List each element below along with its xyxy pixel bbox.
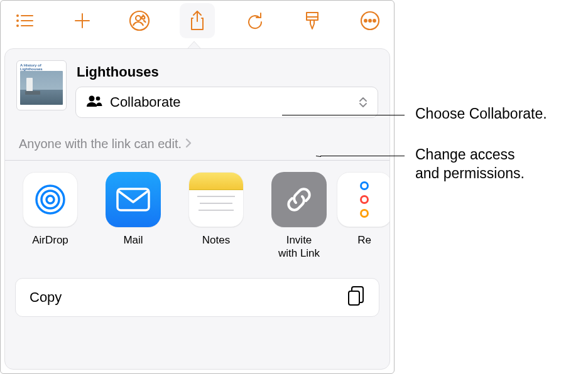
more-icon[interactable] bbox=[352, 3, 388, 38]
notes-icon[interactable] bbox=[188, 172, 244, 227]
svg-point-9 bbox=[136, 16, 141, 21]
permissions-row[interactable]: Anyone with the link can edit. bbox=[5, 126, 389, 160]
svg-point-14 bbox=[369, 19, 371, 22]
app-label: AirDrop bbox=[32, 233, 68, 260]
document-title: Lighthouses bbox=[77, 64, 378, 80]
svg-point-2 bbox=[16, 19, 19, 22]
people-icon bbox=[86, 95, 102, 110]
invite-link-icon[interactable] bbox=[271, 172, 327, 227]
collaborate-dropdown[interactable]: Collaborate bbox=[75, 87, 378, 118]
svg-point-17 bbox=[96, 97, 101, 101]
callout-permissions: Change access and permissions. bbox=[415, 146, 525, 183]
callout-line bbox=[320, 156, 405, 156]
app-label: Re bbox=[357, 233, 371, 260]
svg-point-16 bbox=[89, 96, 95, 102]
callout-line bbox=[282, 115, 405, 115]
svg-point-18 bbox=[46, 196, 54, 203]
svg-point-15 bbox=[373, 19, 376, 22]
app-label: Notes bbox=[202, 233, 230, 260]
people-icon[interactable] bbox=[122, 3, 157, 38]
svg-point-0 bbox=[16, 14, 19, 17]
document-thumbnail: A History of Lighthouses bbox=[16, 60, 67, 110]
chevron-updown-icon bbox=[359, 97, 368, 107]
brush-icon[interactable] bbox=[295, 3, 330, 38]
copy-action[interactable]: Copy bbox=[15, 278, 379, 317]
share-sheet: A History of Lighthouses Lighthouses Col… bbox=[4, 48, 390, 370]
copy-icon bbox=[346, 286, 365, 309]
callout-choose: Choose Collaborate. bbox=[415, 105, 547, 122]
app-label: Mail bbox=[123, 233, 143, 260]
mail-icon[interactable] bbox=[106, 172, 161, 227]
app-row: AirDrop Mail Notes bbox=[5, 161, 389, 265]
list-icon[interactable] bbox=[7, 3, 42, 38]
svg-point-13 bbox=[364, 19, 367, 22]
permissions-text: Anyone with the link can edit. bbox=[19, 137, 182, 151]
airdrop-icon[interactable] bbox=[23, 172, 78, 227]
copy-label: Copy bbox=[30, 289, 62, 306]
toolbar bbox=[1, 1, 394, 41]
reminders-icon[interactable] bbox=[337, 172, 389, 227]
undo-icon[interactable] bbox=[237, 3, 273, 38]
share-icon[interactable] bbox=[180, 3, 215, 38]
svg-point-19 bbox=[41, 191, 59, 208]
dropdown-label: Collaborate bbox=[110, 94, 351, 110]
app-label: Invite with Link bbox=[278, 233, 320, 260]
add-icon[interactable] bbox=[65, 3, 100, 38]
svg-rect-22 bbox=[349, 291, 359, 305]
share-panel: A History of Lighthouses Lighthouses Col… bbox=[0, 0, 395, 374]
chevron-right-icon bbox=[185, 137, 192, 151]
svg-rect-21 bbox=[117, 189, 149, 210]
svg-point-4 bbox=[16, 24, 19, 27]
